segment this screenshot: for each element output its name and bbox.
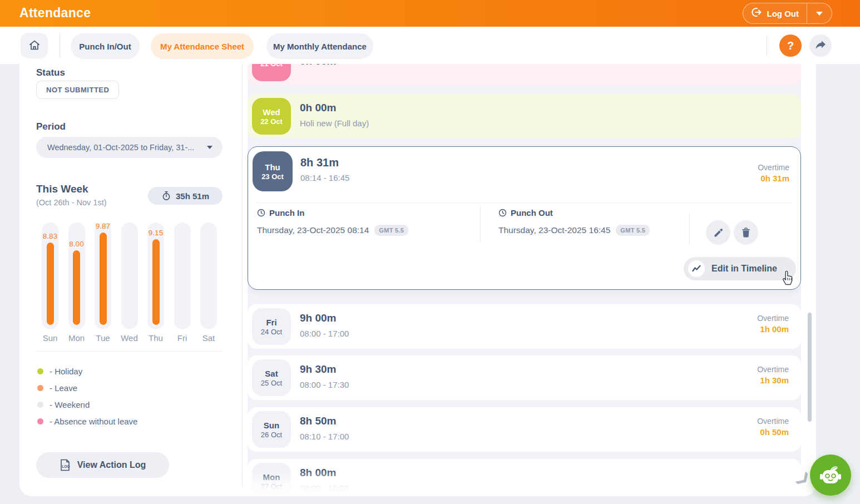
svg-text:LOG: LOG xyxy=(62,465,70,468)
overtime-block: Overtime 1h 00m xyxy=(757,314,789,334)
logout-label: Log Out xyxy=(767,9,799,18)
pencil-icon xyxy=(713,228,724,238)
weekend-dot-icon xyxy=(37,402,43,408)
attendance-row-27-oct[interactable]: Mon 27 Oct 8h 00m 08:00 - 16:00 xyxy=(248,459,801,496)
nav-divider-right xyxy=(767,35,767,56)
tab-punch-in-out[interactable]: Punch In/Out xyxy=(71,33,140,59)
overtime-block: Overtime 1h 30m xyxy=(757,365,789,385)
bar-value: 9.87 xyxy=(89,222,117,230)
legend-item-holiday: - Holiday xyxy=(37,363,137,379)
date-badge: Mon 27 Oct xyxy=(252,463,291,496)
legend-item-absence: - Absence without leave xyxy=(37,413,137,429)
bar-sun xyxy=(47,243,54,325)
chevron-down-icon xyxy=(207,146,212,149)
home-icon xyxy=(28,39,41,52)
punch-divider xyxy=(480,206,481,243)
chart-column: Fri xyxy=(174,223,191,343)
status-badge: NOT SUBMITTED xyxy=(36,81,119,99)
chart-column: 9.87Tue xyxy=(95,223,111,343)
week-title: This Week xyxy=(36,183,88,195)
attendance-row-25-oct[interactable]: Sat 25 Oct 9h 30m 08:00 - 17:30 Overtime… xyxy=(248,355,801,400)
chart-column: Sat xyxy=(200,223,217,343)
tab-my-monthly-attendance[interactable]: My Monthly Attendance xyxy=(266,33,373,59)
worked-hours: 0h 00m xyxy=(300,102,336,114)
punch-out-value: Thursday, 23-Oct-2025 16:45 xyxy=(498,225,610,235)
punch-in-value: Thursday, 23-Oct-2025 08:14 xyxy=(257,225,369,235)
legend-divider xyxy=(36,351,223,352)
robot-icon xyxy=(818,463,843,487)
time-range: 08:10 - 17:00 xyxy=(300,432,349,441)
view-action-log-button[interactable]: LOG View Action Log xyxy=(36,452,169,478)
worked-hours: 9h 00m xyxy=(300,312,336,324)
period-select[interactable]: Wednesday, 01-Oct-2025 to Friday, 31-... xyxy=(36,137,223,158)
bar-value: 8.00 xyxy=(63,240,91,248)
timeline-icon-circle xyxy=(688,260,705,277)
worked-hours: 0h 00m xyxy=(300,64,336,67)
axis-label: Fri xyxy=(177,333,187,343)
attendance-row-24-oct[interactable]: Fri 24 Oct 9h 00m 08:00 - 17:00 Overtime… xyxy=(248,304,801,349)
stopwatch-icon xyxy=(161,191,171,201)
sidebar-divider xyxy=(242,64,243,487)
logout-button[interactable]: Log Out xyxy=(743,3,832,24)
week-total-badge: 35h 51m xyxy=(148,187,223,205)
delete-punch-button[interactable] xyxy=(734,220,758,245)
share-button[interactable] xyxy=(809,34,832,57)
time-range: 08:14 - 16:45 xyxy=(300,173,349,182)
timezone-badge: GMT 5.5 xyxy=(374,225,408,236)
nav-divider xyxy=(60,33,60,58)
axis-label: Mon xyxy=(68,333,85,343)
status-heading: Status xyxy=(36,67,65,78)
chart-column: 9.15Thu xyxy=(147,223,164,343)
trash-icon xyxy=(741,228,751,238)
punch-in-section: Punch In Thursday, 23-Oct-2025 08:14 GMT… xyxy=(257,208,408,236)
time-range: 08:00 - 17:00 xyxy=(300,329,349,338)
axis-label: Thu xyxy=(149,333,163,343)
attendance-row-21-oct[interactable]: 21 Oct 0h 00m xyxy=(248,64,801,85)
bar-tue xyxy=(100,233,107,325)
worked-hours: 8h 31m xyxy=(300,156,339,169)
leave-dot-icon xyxy=(37,385,43,391)
edit-in-timeline-button[interactable]: Edit in Timeline xyxy=(684,257,796,280)
share-icon xyxy=(814,39,827,52)
edit-punch-button[interactable] xyxy=(706,220,730,245)
date-badge: Sat 25 Oct xyxy=(252,359,291,396)
navbar: Punch In/Out My Attendance Sheet My Mont… xyxy=(0,27,860,64)
scrollbar-thumb[interactable] xyxy=(808,313,812,422)
axis-label: Sun xyxy=(43,333,58,343)
bar-thu xyxy=(152,239,160,325)
legend-item-weekend: - Weekend xyxy=(37,396,137,413)
attendance-row-23-oct-expanded[interactable]: Thu 23 Oct 8h 31m 08:14 - 16:45 Overtime… xyxy=(248,146,801,290)
tab-my-attendance-sheet[interactable]: My Attendance Sheet xyxy=(151,33,254,59)
overtime-block: Overtime 0h 31m xyxy=(758,163,789,183)
chart-column: 8.83Sun xyxy=(42,223,58,343)
worked-hours: 8h 50m xyxy=(300,415,336,427)
logout-dropdown-toggle[interactable] xyxy=(807,3,832,23)
edit-in-timeline-label: Edit in Timeline xyxy=(711,264,777,274)
content-panel: Status NOT SUBMITTED Period Wednesday, 0… xyxy=(19,64,816,496)
date-badge: Sun 26 Oct xyxy=(252,411,291,448)
time-range: 08:00 - 17:30 xyxy=(300,380,349,389)
actions-divider xyxy=(689,214,690,245)
attendance-row-22-oct[interactable]: Wed 22 Oct 0h 00m Holi new (Full day) xyxy=(248,94,801,139)
legend-item-leave: - Leave xyxy=(37,379,137,396)
week-total-value: 35h 51m xyxy=(176,191,209,201)
axis-label: Wed xyxy=(121,333,138,343)
bar-value: 8.83 xyxy=(36,232,64,240)
home-button[interactable] xyxy=(21,33,48,58)
date-badge: Thu 23 Oct xyxy=(253,151,293,191)
card-divider xyxy=(256,202,793,203)
time-range: 08:00 - 16:00 xyxy=(300,483,349,493)
app-header: Attendance Log Out xyxy=(0,0,860,27)
logout-icon xyxy=(751,7,762,20)
attendance-list: 21 Oct 0h 00m Wed 22 Oct 0h 00m Holi new… xyxy=(248,64,801,496)
clock-icon xyxy=(257,209,265,217)
bar-mon xyxy=(73,250,80,325)
date-badge: Wed 22 Oct xyxy=(252,98,291,135)
chart-column: Wed xyxy=(121,223,138,343)
attendance-row-26-oct[interactable]: Sun 26 Oct 8h 50m 08:10 - 17:00 Overtime… xyxy=(248,407,801,452)
clock-icon xyxy=(498,209,507,217)
timezone-badge: GMT 5.5 xyxy=(616,225,650,236)
chat-bot-button[interactable] xyxy=(810,454,851,496)
axis-label: Sat xyxy=(202,333,215,343)
help-button[interactable]: ? xyxy=(779,34,802,57)
